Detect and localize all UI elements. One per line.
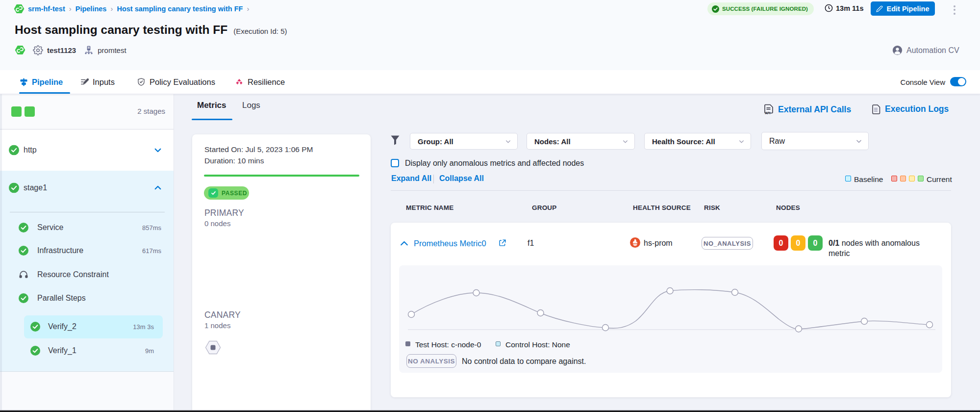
svg-text:API: API <box>765 111 771 115</box>
